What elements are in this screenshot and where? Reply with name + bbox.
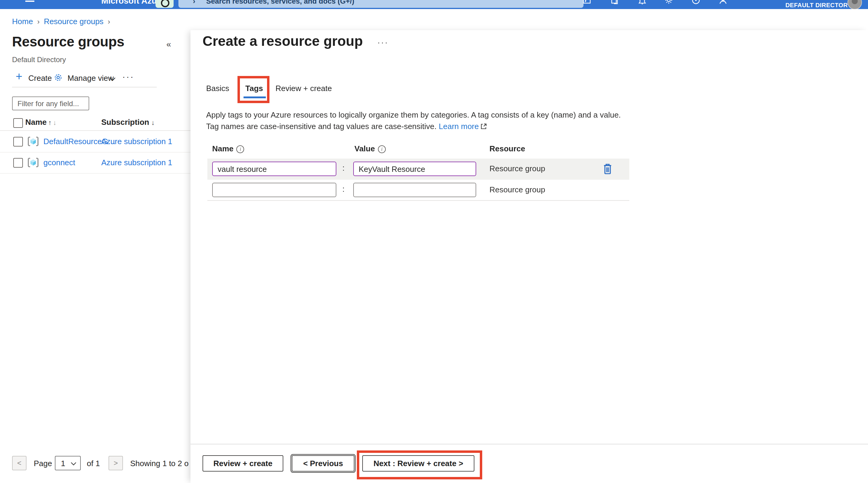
tag-resource-label: Resource group [490, 164, 545, 173]
resource-group-link[interactable]: gconnect [43, 158, 75, 167]
notifications-bell-icon[interactable] [638, 0, 647, 5]
page-of-label: of 1 [87, 459, 100, 468]
breadcrumb-separator: › [103, 18, 114, 26]
sort-desc-icon[interactable]: ↓ [53, 119, 56, 126]
manage-view-gear-icon [54, 73, 63, 82]
page-label: Page [34, 459, 52, 468]
copilot-icon[interactable] [610, 0, 619, 5]
delete-tag-icon[interactable] [603, 163, 613, 175]
collapse-blade-icon[interactable]: « [166, 39, 171, 49]
search-prompt-icon: › [193, 0, 195, 5]
settings-gear-icon[interactable] [664, 0, 673, 5]
tag-row: : Resource group [207, 180, 629, 201]
toolbar-more-button[interactable]: ··· [122, 72, 134, 82]
breadcrumb-home[interactable]: Home [12, 17, 33, 26]
tag-column-value: Valuei [354, 144, 386, 153]
manage-view-button[interactable]: Manage view [67, 73, 114, 83]
tag-resource-label: Resource group [490, 185, 545, 194]
breadcrumb-resource-groups[interactable]: Resource groups [44, 17, 103, 26]
recorder-indicator [156, 0, 174, 8]
directory-label: DEFAULT DIRECTORY [785, 2, 852, 8]
column-header-name[interactable]: Name [25, 118, 47, 127]
column-header-subscription[interactable]: Subscription [101, 118, 149, 127]
page-number-value: 1 [61, 459, 65, 468]
review-create-button[interactable]: Review + create [203, 455, 283, 472]
resource-groups-blade: Resource groups « Default Directory + Cr… [0, 30, 190, 483]
chevron-down-icon [70, 462, 76, 465]
row-checkbox[interactable] [13, 158, 23, 168]
next-review-create-button[interactable]: Next : Review + create > [362, 455, 474, 472]
tag-name-input[interactable] [212, 161, 336, 176]
hamburger-menu-icon[interactable] [25, 1, 34, 2]
learn-more-link[interactable]: Learn more [439, 122, 479, 131]
page-number-select[interactable]: 1 [55, 456, 81, 470]
previous-button[interactable]: < Previous [292, 455, 354, 472]
plus-icon: + [16, 70, 22, 83]
toolbar-divider [12, 87, 157, 87]
azure-logo[interactable]: Microsoft Azure [101, 0, 165, 5]
tag-value-input[interactable] [353, 161, 476, 176]
sort-desc-icon[interactable]: ↓ [151, 119, 155, 126]
subscription-link[interactable]: Azure subscription 1 [101, 137, 173, 146]
previous-page-button[interactable]: < [12, 456, 27, 470]
info-icon[interactable]: i [237, 145, 244, 153]
azure-portal: Microsoft Azure › Search resources, serv… [0, 0, 868, 483]
external-link-icon [481, 123, 487, 130]
tag-column-name: Namei [212, 144, 244, 153]
create-resource-group-blade: Create a resource group ··· Basics Tags … [190, 30, 868, 483]
filter-input[interactable] [12, 96, 89, 110]
global-search[interactable]: › Search resources, services, and docs (… [179, 0, 584, 8]
blade-toolbar: + Create Manage view ··· [0, 71, 190, 86]
sort-asc-icon[interactable]: ↑ [48, 119, 52, 126]
select-all-checkbox[interactable] [13, 118, 23, 128]
resource-group-icon [28, 157, 38, 168]
feedback-person-icon[interactable] [718, 0, 727, 5]
tab-tags[interactable]: Tags [245, 84, 263, 93]
footer-divider [190, 444, 868, 445]
recorder-icon [161, 0, 169, 7]
tag-value-input[interactable] [353, 183, 476, 197]
tag-row: : Resource group [207, 159, 629, 180]
table-row[interactable]: gconnect Azure subscription 1 [0, 152, 190, 174]
pagination-summary: Showing 1 to 2 o [130, 459, 189, 468]
breadcrumb-separator: › [33, 18, 44, 26]
chevron-down-icon[interactable] [109, 77, 116, 82]
tab-basics[interactable]: Basics [206, 84, 229, 93]
tag-separator: : [342, 163, 344, 173]
resource-group-icon [28, 136, 38, 147]
tag-name-input[interactable] [212, 183, 336, 197]
row-checkbox[interactable] [13, 137, 23, 147]
breadcrumb: Home›Resource groups› [12, 17, 114, 26]
active-tab-underline [244, 96, 266, 98]
description-line-2: Tag names are case-insensitive and tag v… [206, 121, 621, 132]
help-icon[interactable] [691, 0, 701, 5]
next-page-button[interactable]: > [108, 456, 123, 470]
page-title: Create a resource group [203, 33, 363, 50]
pagination: < Page 1 of 1 > Showing 1 to 2 o [0, 456, 190, 472]
info-icon[interactable]: i [378, 145, 386, 153]
top-bar: Microsoft Azure › Search resources, serv… [0, 0, 868, 9]
tag-column-resource: Resource [490, 144, 525, 153]
search-placeholder: Search resources, services, and docs (G+… [206, 0, 354, 5]
table-row[interactable]: DefaultResourceG… Azure subscription 1 [0, 131, 190, 153]
cloud-shell-icon[interactable] [582, 0, 591, 5]
sort-asc-icon[interactable]: ↑ [147, 119, 150, 126]
blade-title: Resource groups [12, 34, 124, 50]
avatar-silhouette [852, 0, 858, 4]
tag-rows-divider [207, 200, 629, 201]
account-avatar[interactable] [847, 0, 862, 9]
create-button[interactable]: Create [28, 73, 52, 83]
description-line-1: Apply tags to your Azure resources to lo… [206, 109, 621, 121]
tags-description: Apply tags to your Azure resources to lo… [206, 109, 621, 132]
tab-review-create[interactable]: Review + create [276, 84, 332, 93]
blade-subtitle: Default Directory [12, 56, 66, 64]
subscription-link[interactable]: Azure subscription 1 [101, 158, 173, 167]
blade-more-button[interactable]: ··· [377, 37, 389, 47]
tag-separator: : [342, 184, 344, 193]
